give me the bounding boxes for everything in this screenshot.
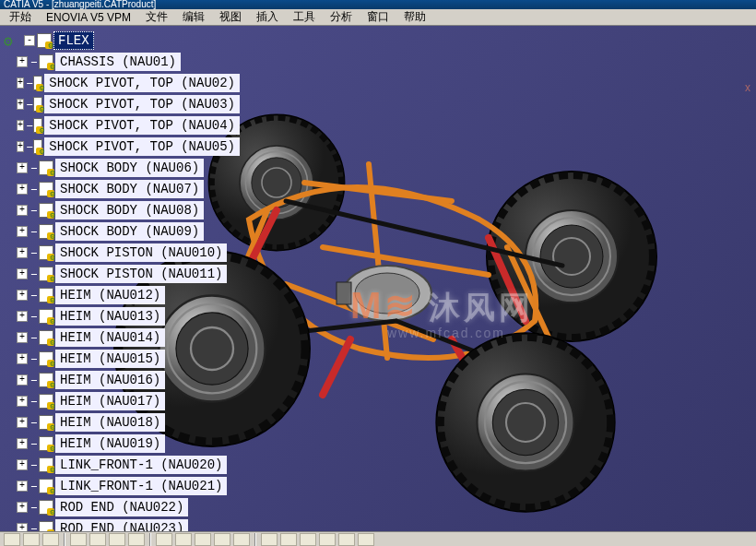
tree-item-label[interactable]: ROD END (NAU023)	[55, 519, 188, 532]
tree-item-label[interactable]: LINK_FRONT-1 (NAU021)	[55, 477, 227, 495]
tree-item-label[interactable]: SHOCK PIVOT, TOP (NAU03)	[44, 95, 240, 113]
tree-node[interactable]: +–SHOCK PIVOT, TOP (NAU04)	[4, 114, 240, 136]
expand-icon[interactable]: +	[17, 353, 28, 364]
tree-node[interactable]: +–HEIM (NAU017)	[4, 390, 240, 411]
tree-item-label[interactable]: HEIM (NAU019)	[55, 434, 165, 453]
expand-icon[interactable]: -	[24, 35, 35, 46]
expand-icon[interactable]: +	[17, 502, 28, 513]
tree-node[interactable]: +–SHOCK PIVOT, TOP (NAU05)	[4, 136, 240, 157]
menu-edit[interactable]: 编辑	[177, 7, 210, 27]
tree-item-label[interactable]: HEIM (NAU017)	[55, 392, 165, 410]
tree-node[interactable]: +–SHOCK PISTON (NAU010)	[4, 242, 240, 263]
tree-node[interactable]: +–SHOCK PISTON (NAU011)	[4, 263, 240, 284]
tree-node[interactable]: +–ROD END (NAU022)	[4, 496, 240, 517]
tree-item-label[interactable]: LINK_FRONT-1 (NAU020)	[55, 456, 227, 474]
tree-node[interactable]: +–CHASSIS (NAU01)	[4, 51, 240, 72]
toolbar-button[interactable]	[4, 533, 20, 546]
expand-icon[interactable]: +	[17, 396, 28, 407]
menu-analysis[interactable]: 分析	[325, 7, 358, 27]
expand-icon[interactable]: +	[17, 184, 28, 195]
menu-enovia[interactable]: ENOVIA V5 VPM	[41, 9, 136, 26]
expand-icon[interactable]: +	[17, 99, 24, 110]
menu-start[interactable]: 开始	[4, 7, 37, 27]
toolbar-button[interactable]	[300, 533, 316, 546]
3d-viewport[interactable]	[240, 26, 756, 531]
toolbar-button[interactable]	[89, 533, 106, 546]
tree-node[interactable]: +–ROD END (NAU023)	[4, 517, 240, 531]
tree-item-label[interactable]: HEIM (NAU013)	[55, 307, 165, 326]
tree-item-label[interactable]: SHOCK PIVOT, TOP (NAU02)	[44, 74, 240, 92]
expand-icon[interactable]: +	[17, 268, 28, 279]
expand-icon[interactable]: +	[17, 523, 28, 532]
toolbar-button[interactable]	[175, 533, 192, 546]
expand-icon[interactable]: +	[17, 481, 28, 492]
tree-node[interactable]: +–LINK_FRONT-1 (NAU020)	[4, 454, 240, 475]
tree-node[interactable]: +–SHOCK BODY (NAU08)	[4, 199, 240, 220]
tree-node[interactable]: +–SHOCK PIVOT, TOP (NAU03)	[4, 93, 240, 114]
toolbar-button[interactable]	[338, 533, 355, 546]
toolbar-button[interactable]	[280, 533, 297, 546]
toolbar-button[interactable]	[156, 533, 172, 546]
toolbar-button[interactable]	[233, 533, 250, 546]
tree-root-node[interactable]: ⚙ - FLEX	[4, 30, 240, 51]
expand-icon[interactable]: +	[17, 205, 28, 216]
toolbar-button[interactable]	[195, 533, 211, 546]
expand-icon[interactable]: +	[17, 459, 28, 470]
tree-item-label[interactable]: CHASSIS (NAU01)	[55, 53, 181, 71]
toolbar-button[interactable]	[319, 533, 336, 546]
toolbar-button[interactable]	[214, 533, 230, 546]
toolbar-button[interactable]	[128, 533, 145, 546]
tree-node[interactable]: +–HEIM (NAU012)	[4, 284, 240, 305]
menu-view[interactable]: 视图	[214, 7, 247, 27]
toolbar-button[interactable]	[23, 533, 40, 546]
tree-node[interactable]: +–HEIM (NAU013)	[4, 305, 240, 326]
tree-item-label[interactable]: HEIM (NAU012)	[55, 286, 165, 304]
tree-item-label[interactable]: SHOCK PIVOT, TOP (NAU04)	[44, 116, 240, 135]
expand-icon[interactable]: +	[17, 77, 24, 89]
expand-icon[interactable]: +	[17, 141, 24, 152]
tree-node[interactable]: +–HEIM (NAU015)	[4, 348, 240, 369]
expand-icon[interactable]: +	[17, 56, 28, 67]
expand-icon[interactable]: +	[17, 332, 28, 343]
tree-node[interactable]: +–SHOCK BODY (NAU07)	[4, 178, 240, 199]
tree-panel[interactable]: ⚙ - FLEX +–CHASSIS (NAU01)+–SHOCK PIVOT,…	[0, 26, 240, 531]
menu-window[interactable]: 窗口	[361, 7, 395, 27]
expand-icon[interactable]: +	[17, 311, 28, 322]
expand-icon[interactable]: +	[17, 374, 28, 386]
expand-icon[interactable]: +	[17, 162, 28, 173]
expand-icon[interactable]: +	[17, 120, 24, 131]
tree-item-label[interactable]: SHOCK PIVOT, TOP (NAU05)	[44, 137, 240, 156]
expand-icon[interactable]: +	[17, 247, 28, 258]
tree-item-label[interactable]: SHOCK BODY (NAU06)	[55, 159, 204, 177]
tree-node[interactable]: +–HEIM (NAU019)	[4, 433, 240, 454]
expand-icon[interactable]: +	[17, 417, 28, 428]
close-icon[interactable]: x	[745, 81, 750, 94]
expand-icon[interactable]: +	[17, 290, 28, 301]
tree-item-label[interactable]: SHOCK BODY (NAU09)	[55, 222, 204, 241]
tree-node[interactable]: +–HEIM (NAU016)	[4, 369, 240, 390]
tree-node[interactable]: +–SHOCK BODY (NAU09)	[4, 220, 240, 242]
tree-node[interactable]: +–SHOCK PIVOT, TOP (NAU02)	[4, 72, 240, 93]
expand-icon[interactable]: +	[17, 226, 28, 237]
tree-node[interactable]: +–LINK_FRONT-1 (NAU021)	[4, 475, 240, 496]
tree-item-label[interactable]: SHOCK BODY (NAU08)	[55, 201, 204, 220]
tree-item-label[interactable]: HEIM (NAU014)	[55, 328, 165, 347]
menu-help[interactable]: 帮助	[398, 7, 431, 27]
tree-item-label[interactable]: SHOCK PISTON (NAU011)	[55, 265, 227, 283]
expand-icon[interactable]: +	[17, 438, 28, 449]
tree-node[interactable]: +–HEIM (NAU018)	[4, 411, 240, 433]
tree-item-label[interactable]: SHOCK PISTON (NAU010)	[55, 243, 227, 262]
toolbar-button[interactable]	[109, 533, 125, 546]
toolbar-button[interactable]	[358, 533, 374, 546]
tree-item-label[interactable]: HEIM (NAU015)	[55, 350, 165, 368]
tree-node[interactable]: +–HEIM (NAU014)	[4, 326, 240, 348]
toolbar-button[interactable]	[261, 533, 278, 546]
tree-item-label[interactable]: SHOCK BODY (NAU07)	[55, 180, 204, 198]
tree-item-label[interactable]: ROD END (NAU022)	[55, 498, 188, 516]
toolbar-button[interactable]	[42, 533, 59, 546]
tree-item-label[interactable]: HEIM (NAU016)	[55, 371, 165, 389]
tree-item-label[interactable]: HEIM (NAU018)	[55, 413, 165, 432]
tree-root-label[interactable]: FLEX	[53, 31, 94, 50]
toolbar-button[interactable]	[70, 533, 87, 546]
menu-insert[interactable]: 插入	[251, 7, 284, 27]
